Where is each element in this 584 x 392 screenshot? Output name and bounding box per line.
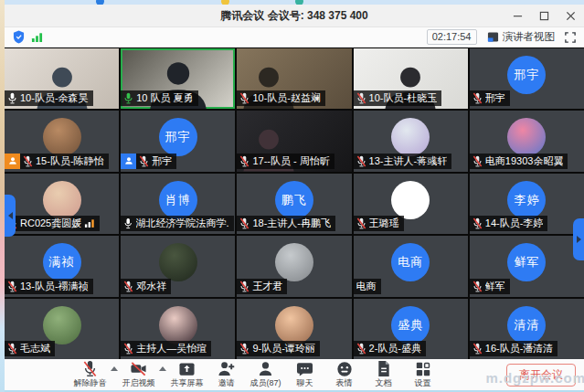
avatar xyxy=(391,181,430,219)
maximize-button[interactable] xyxy=(531,5,557,26)
participant-tile[interactable]: 17--队员 - 周怡昕 xyxy=(237,111,351,171)
participant-label-row: 电商 xyxy=(354,279,381,294)
participant-tile[interactable]: 李婷14-队员-李婷 xyxy=(470,174,584,234)
participant-name: 王才君 xyxy=(252,280,282,293)
participant-name-capsule: 13-队员-禤满祯 xyxy=(5,279,93,294)
participant-name: 邓水祥 xyxy=(136,280,166,293)
participant-tile[interactable]: 邓水祥 xyxy=(121,236,235,296)
participant-tile[interactable]: 10 队员 夏勇 xyxy=(121,48,235,109)
mic-muted-icon xyxy=(123,281,133,292)
participant-tile[interactable]: 满祯13-队员-禤满祯 xyxy=(5,236,119,296)
participant-tile[interactable]: 清清16-队员-潘清清 xyxy=(470,299,584,359)
participant-tile[interactable]: 王璐瑶 xyxy=(354,174,468,234)
participant-tile[interactable]: 13-主讲人-蒋彧轩 xyxy=(354,111,468,171)
participant-label-row: 电商19303余昭翼 xyxy=(470,154,568,169)
participant-name-capsule: 主持人—吴怡瑄 xyxy=(121,341,211,356)
chat-button[interactable]: 聊天 xyxy=(285,360,324,389)
participant-tile[interactable]: 邢宇邢宇 xyxy=(470,48,584,109)
network-signal-icon[interactable] xyxy=(31,32,43,43)
participant-tile[interactable]: 盛典2-队员-盛典 xyxy=(354,299,468,359)
emoji-button[interactable]: 表情 xyxy=(324,360,364,389)
participant-name: 15-队员-陈静怡 xyxy=(36,154,104,168)
meeting-window: 腾讯会议 会议号: 348 375 400 02:17:54 演讲者视图 10 xyxy=(5,5,584,392)
participant-tile[interactable]: 10-队员-赵益斓 xyxy=(237,48,351,109)
participant-tile[interactable]: 15-队员-陈静怡 xyxy=(5,111,119,171)
participant-label-row: 主持人—吴怡瑄 xyxy=(121,341,211,356)
participant-tile[interactable]: 10-队员-余森昊 xyxy=(5,48,119,109)
avatar xyxy=(159,243,197,281)
unmute-button[interactable]: 解除静音 xyxy=(70,360,110,389)
mic-muted-icon xyxy=(239,92,250,104)
avatar: 鹏飞 xyxy=(275,181,313,219)
titlebar: 腾讯会议 会议号: 348 375 400 xyxy=(5,5,584,27)
mic-muted-icon xyxy=(239,155,250,167)
fullscreen-icon[interactable] xyxy=(565,32,576,43)
participant-tile[interactable]: 鲜军鲜军 xyxy=(470,236,584,296)
meeting-timer: 02:17:54 xyxy=(427,29,477,45)
orange-role-badge xyxy=(5,154,20,169)
participant-tile[interactable]: 毛志斌 xyxy=(5,299,119,359)
participant-tile[interactable]: RC025龚圆媛 xyxy=(5,174,119,234)
speaker-view-button[interactable]: 演讲者视图 xyxy=(487,30,556,44)
participant-tile[interactable]: 10-队员-杜晓玉 xyxy=(354,48,468,109)
participant-name: 毛志斌 xyxy=(20,342,50,355)
unmute-button-options-caret[interactable] xyxy=(111,366,118,371)
mic-icon xyxy=(123,217,133,229)
start-video-button-options-caret[interactable] xyxy=(159,366,166,371)
avatar xyxy=(391,118,430,156)
participant-name-capsule: 邢宇 xyxy=(470,90,510,106)
camera-muted-icon xyxy=(130,360,147,377)
mic-muted-icon xyxy=(239,217,250,229)
mic-muted-icon xyxy=(239,343,250,355)
start-video-button-label: 开启视频 xyxy=(122,377,155,389)
members-button[interactable]: 成员(87) xyxy=(246,360,285,389)
participant-tile[interactable]: 电商电商 xyxy=(354,236,468,296)
mic-muted-icon xyxy=(123,343,133,355)
participant-tile[interactable]: 9-队员-谭玲丽 xyxy=(237,299,351,359)
invite-button[interactable]: 邀请 xyxy=(207,360,246,389)
participant-name: 鲜军 xyxy=(485,280,505,293)
mic-icon xyxy=(7,92,17,104)
participant-tile[interactable]: 电商19303余昭翼 xyxy=(470,111,584,171)
avatar xyxy=(275,243,313,281)
participant-name-capsule: 18-主讲人-冉鹏飞 xyxy=(237,216,335,231)
participant-name: 湖北经济学院法商学... xyxy=(136,217,230,230)
members-button-label: 成员(87) xyxy=(250,377,281,389)
mic-icon xyxy=(123,92,133,104)
participant-tile[interactable]: 邢宇邢宇 xyxy=(121,111,235,171)
minimize-button[interactable] xyxy=(504,5,531,26)
participant-name: 13-队员-禤满祯 xyxy=(20,280,89,293)
participant-tile[interactable]: 肖博湖北经济学院法商学... xyxy=(121,174,235,234)
participant-tile[interactable]: 鹏飞18-主讲人-冉鹏飞 xyxy=(237,174,351,234)
participant-name-capsule: 王璐瑶 xyxy=(354,216,404,231)
mic-muted-icon xyxy=(473,343,483,355)
avatar: 鲜军 xyxy=(507,243,546,281)
close-button[interactable] xyxy=(557,5,584,26)
participant-name-capsule: 电商 xyxy=(354,279,381,294)
meeting-health-shield-icon[interactable] xyxy=(13,30,25,44)
participant-name: 邢宇 xyxy=(485,91,505,105)
video-grid: 10-队员-余森昊10 队员 夏勇10-队员-赵益斓10-队员-杜晓玉邢宇邢宇1… xyxy=(5,48,584,359)
participant-tile[interactable]: 主持人—吴怡瑄 xyxy=(121,299,235,359)
docs-button-label: 文档 xyxy=(376,377,392,389)
participant-label-row: 邓水祥 xyxy=(121,279,171,294)
mic-muted-icon xyxy=(23,155,33,167)
start-video-button[interactable]: 开启视频 xyxy=(119,360,158,389)
mic-muted-icon xyxy=(239,281,250,292)
participant-name: 主持人—吴怡瑄 xyxy=(136,342,207,355)
document-icon xyxy=(377,360,391,377)
participant-tile[interactable]: 王才君 xyxy=(237,236,351,296)
mic-muted-icon xyxy=(82,360,98,377)
participant-name: 9-队员-谭玲丽 xyxy=(252,342,314,355)
settings-button[interactable]: 设置 xyxy=(403,360,442,389)
share-screen-button[interactable]: 共享屏幕 xyxy=(167,360,207,389)
participant-name-capsule: RC025龚圆媛 xyxy=(5,216,100,231)
docs-button[interactable]: 文档 xyxy=(364,360,403,389)
participant-name-capsule: 10-队员-杜晓玉 xyxy=(354,90,442,106)
chevron-right-icon xyxy=(577,236,581,243)
mic-muted-icon xyxy=(7,343,17,355)
prev-page-button[interactable] xyxy=(5,195,16,237)
leave-meeting-button[interactable]: 离开会议 xyxy=(506,364,576,387)
next-page-button[interactable] xyxy=(573,218,584,260)
participant-name-capsule: 电商19303余昭翼 xyxy=(470,154,568,169)
